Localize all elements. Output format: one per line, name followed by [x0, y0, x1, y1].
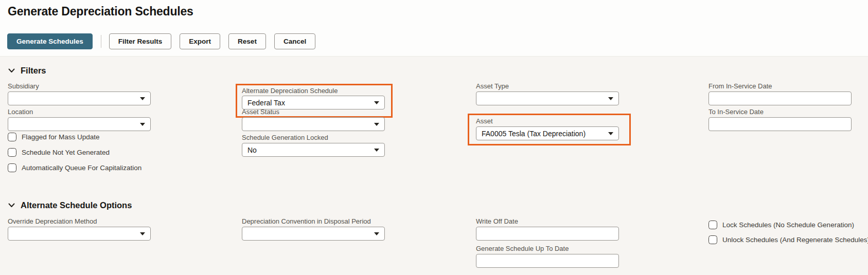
dropdown-caret-icon	[140, 123, 145, 126]
asset-select[interactable]: FA0005 Tesla (Tax Depreciation)	[476, 126, 619, 140]
alternate-schedule-options-section-header[interactable]: Alternate Schedule Options	[8, 200, 132, 210]
filters-section-header[interactable]: Filters	[8, 66, 46, 76]
flagged-for-mass-update-checkbox-row[interactable]: Flagged for Mass Update	[8, 133, 100, 141]
write-off-date-input[interactable]	[476, 227, 619, 241]
cancel-button[interactable]: Cancel	[274, 33, 315, 49]
asset-type-select[interactable]	[476, 91, 619, 105]
from-in-service-date-label: From In-Service Date	[708, 82, 772, 90]
schedule-generation-locked-select[interactable]: No	[242, 143, 385, 157]
toolbar: Generate Schedules Filter Results Export…	[7, 33, 324, 49]
to-in-service-date-input[interactable]	[708, 117, 852, 131]
depreciation-convention-disposal-period-select[interactable]	[242, 227, 385, 241]
schedule-not-yet-generated-checkbox[interactable]	[8, 148, 16, 157]
flagged-for-mass-update-label: Flagged for Mass Update	[22, 133, 100, 141]
unlock-schedules-checkbox[interactable]	[708, 235, 717, 244]
filters-section-title: Filters	[21, 66, 46, 76]
from-in-service-date-input[interactable]	[708, 91, 852, 105]
asset-status-label: Asset Status	[242, 108, 279, 116]
alternate-schedule-options-section-title: Alternate Schedule Options	[21, 200, 132, 210]
write-off-date-label: Write Off Date	[476, 217, 518, 225]
dropdown-caret-icon	[374, 149, 379, 152]
chevron-down-icon	[8, 68, 15, 73]
flagged-for-mass-update-checkbox[interactable]	[8, 133, 16, 141]
location-select[interactable]	[8, 117, 151, 131]
depreciation-convention-disposal-period-label: Depreciation Convention in Disposal Peri…	[242, 217, 371, 225]
subsidiary-select[interactable]	[8, 91, 151, 105]
dropdown-caret-icon	[374, 232, 379, 235]
alternate-depreciation-schedule-label: Alternate Depreciation Schedule	[242, 87, 338, 95]
lock-schedules-checkbox-row[interactable]: Lock Schedules (No Schedule Generation)	[708, 221, 854, 229]
unlock-schedules-label: Unlock Schedules (And Regenerate Schedul…	[722, 236, 868, 244]
location-label: Location	[8, 108, 33, 116]
dropdown-caret-icon	[374, 123, 379, 126]
lock-schedules-checkbox[interactable]	[708, 221, 717, 229]
asset-status-select[interactable]	[242, 117, 385, 131]
dropdown-caret-icon	[140, 232, 145, 235]
dropdown-caret-icon	[140, 97, 145, 100]
auto-queue-capitalization-checkbox[interactable]	[8, 163, 16, 172]
alternate-depreciation-schedule-select[interactable]: Federal Tax	[242, 96, 385, 109]
generate-schedules-button[interactable]: Generate Schedules	[7, 33, 93, 49]
reset-button[interactable]: Reset	[228, 33, 266, 49]
auto-queue-capitalization-label: Automatically Queue For Capitalization	[22, 164, 141, 172]
export-button[interactable]: Export	[180, 33, 220, 49]
dropdown-caret-icon	[374, 101, 379, 104]
to-in-service-date-label: To In-Service Date	[708, 108, 764, 116]
asset-type-label: Asset Type	[476, 82, 509, 90]
auto-queue-capitalization-checkbox-row[interactable]: Automatically Queue For Capitalization	[8, 163, 141, 172]
subsidiary-label: Subsidiary	[8, 82, 39, 90]
schedule-not-yet-generated-checkbox-row[interactable]: Schedule Not Yet Generated	[8, 148, 110, 157]
schedule-generation-locked-label: Schedule Generation Locked	[242, 134, 328, 141]
toolbar-divider	[101, 35, 101, 48]
unlock-schedules-checkbox-row[interactable]: Unlock Schedules (And Regenerate Schedul…	[708, 235, 868, 244]
filter-results-button[interactable]: Filter Results	[109, 33, 172, 49]
schedule-not-yet-generated-label: Schedule Not Yet Generated	[22, 149, 110, 156]
generate-schedule-up-to-date-label: Generate Schedule Up To Date	[476, 245, 569, 252]
dropdown-caret-icon	[608, 132, 613, 135]
generate-schedule-up-to-date-input[interactable]	[476, 254, 619, 268]
override-depreciation-method-label: Override Depreciation Method	[8, 217, 97, 225]
override-depreciation-method-select[interactable]	[8, 227, 151, 241]
lock-schedules-label: Lock Schedules (No Schedule Generation)	[722, 221, 854, 229]
chevron-down-icon	[8, 203, 15, 208]
asset-label: Asset	[476, 117, 493, 125]
dropdown-caret-icon	[608, 97, 613, 100]
page-title: Generate Depreciation Schedules	[8, 5, 193, 19]
